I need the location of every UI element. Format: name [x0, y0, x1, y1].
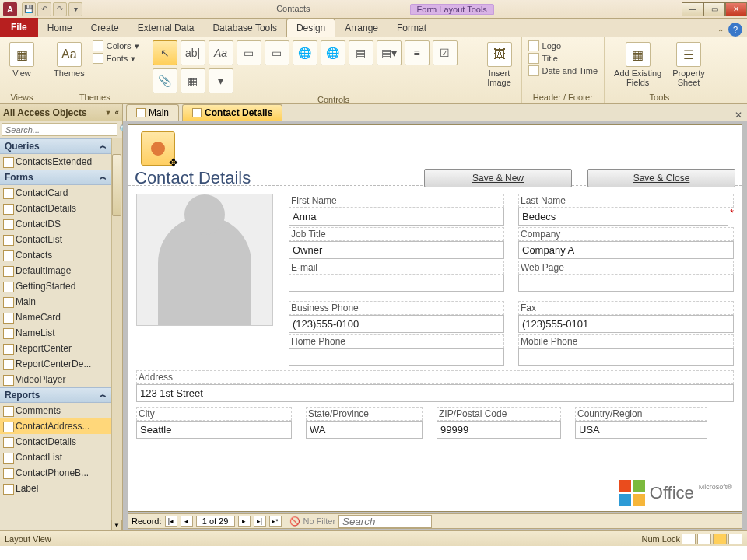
- view-button[interactable]: ▦ View: [6, 40, 37, 79]
- nav-group-header[interactable]: Reports︽: [0, 387, 111, 403]
- label-web-page[interactable]: Web Page: [518, 261, 734, 275]
- field-web-page[interactable]: [518, 275, 734, 292]
- nav-item[interactable]: ContactAddress...: [0, 418, 111, 434]
- doc-tab-main[interactable]: Main: [126, 104, 179, 121]
- qat-redo-icon[interactable]: ↷: [53, 2, 67, 16]
- control-more-icon[interactable]: ▾: [209, 68, 233, 93]
- date-time-button[interactable]: Date and Time: [528, 65, 598, 76]
- nav-item[interactable]: VideoPlayer: [0, 372, 111, 387]
- colors-button[interactable]: Colors ▾: [93, 40, 139, 51]
- nav-scroll-down[interactable]: ▼: [111, 520, 122, 530]
- control-navigation-icon[interactable]: ▤: [349, 40, 374, 65]
- tab-external-data[interactable]: External Data: [128, 19, 204, 37]
- field-job-title[interactable]: Owner: [289, 241, 504, 259]
- tab-arrange[interactable]: Arrange: [335, 19, 388, 37]
- insert-image-button[interactable]: 🖼 Insert Image: [484, 40, 515, 89]
- recnav-new-button[interactable]: ▸*: [269, 516, 282, 527]
- nav-item[interactable]: NameCard: [0, 310, 111, 325]
- nav-header[interactable]: All Access Objects ▼ «: [0, 104, 122, 121]
- control-webbrowser-icon[interactable]: 🌐: [321, 40, 345, 65]
- recnav-position[interactable]: [196, 516, 235, 527]
- label-job-title[interactable]: Job Title: [289, 227, 504, 241]
- viewbtn-datasheet-icon[interactable]: [697, 534, 711, 544]
- file-tab[interactable]: File: [0, 18, 38, 37]
- viewbtn-form-icon[interactable]: [682, 534, 696, 544]
- control-select-icon[interactable]: ↖: [153, 40, 177, 65]
- form-logo-control[interactable]: [141, 131, 175, 166]
- nav-item[interactable]: ReportCenterDe...: [0, 356, 111, 372]
- field-home-phone[interactable]: [289, 348, 504, 366]
- control-hyperlink-icon[interactable]: 🌐: [293, 40, 317, 65]
- form-canvas[interactable]: ✥ Contact Details Save & New Save & Clos…: [128, 124, 742, 512]
- nav-item[interactable]: Comments: [0, 403, 111, 418]
- field-email[interactable]: [289, 275, 504, 292]
- control-combobox-icon[interactable]: ▤▾: [377, 40, 402, 65]
- control-textbox-icon[interactable]: ab|: [181, 40, 205, 65]
- nav-item[interactable]: ContactCard: [0, 185, 111, 201]
- field-company[interactable]: Company A: [518, 241, 734, 259]
- control-attachment-icon[interactable]: 📎: [153, 68, 177, 93]
- nav-dropdown-icon[interactable]: ▼: [105, 109, 112, 117]
- field-business-phone[interactable]: (123)555-0100: [289, 315, 504, 333]
- label-home-phone[interactable]: Home Phone: [289, 334, 504, 348]
- nav-scroll-thumb[interactable]: [112, 154, 121, 216]
- field-fax[interactable]: (123)555-0101: [518, 315, 734, 333]
- recnav-prev-button[interactable]: ◂: [181, 516, 193, 527]
- tab-format[interactable]: Format: [388, 19, 436, 37]
- field-address[interactable]: 123 1st Street: [136, 384, 734, 402]
- viewbtn-design-icon[interactable]: [728, 534, 742, 544]
- nav-collapse-icon[interactable]: «: [114, 108, 119, 117]
- label-zip[interactable]: ZIP/Postal Code: [437, 407, 561, 421]
- label-city[interactable]: City: [136, 407, 292, 421]
- tab-database-tools[interactable]: Database Tools: [203, 19, 286, 37]
- themes-button[interactable]: Aa Themes: [51, 40, 88, 79]
- label-first-name[interactable]: First Name: [289, 194, 504, 208]
- field-mobile-phone[interactable]: [518, 348, 734, 366]
- qat-undo-icon[interactable]: ↶: [37, 2, 51, 16]
- property-sheet-button[interactable]: ☰ Property Sheet: [669, 40, 708, 89]
- label-company[interactable]: Company: [518, 227, 734, 241]
- nav-group-header[interactable]: Forms︽: [0, 170, 111, 185]
- field-country[interactable]: USA: [575, 421, 707, 439]
- nav-item[interactable]: ContactList: [0, 232, 111, 247]
- nav-item[interactable]: Main: [0, 294, 111, 310]
- label-business-phone[interactable]: Business Phone: [289, 301, 504, 315]
- nav-item[interactable]: ReportCenter: [0, 341, 111, 356]
- nav-item[interactable]: ContactsExtended: [0, 154, 111, 170]
- add-existing-fields-button[interactable]: ▦ Add Existing Fields: [611, 40, 665, 89]
- recnav-first-button[interactable]: |◂: [165, 516, 177, 527]
- nav-item[interactable]: DefaultImage: [0, 263, 111, 278]
- field-last-name[interactable]: Bedecs: [518, 208, 728, 226]
- nav-group-header[interactable]: Queries︽: [0, 138, 111, 154]
- control-subform-icon[interactable]: ▦: [181, 68, 205, 93]
- control-checkbox-icon[interactable]: ☑: [433, 40, 458, 65]
- title-button[interactable]: Title: [528, 53, 598, 64]
- label-address[interactable]: Address: [136, 370, 734, 384]
- field-city[interactable]: Seattle: [136, 421, 292, 439]
- label-fax[interactable]: Fax: [518, 301, 734, 315]
- label-mobile-phone[interactable]: Mobile Phone: [518, 334, 734, 348]
- fonts-button[interactable]: Fonts ▾: [93, 53, 139, 64]
- viewbtn-layout-icon[interactable]: [713, 534, 727, 544]
- help-icon[interactable]: ?: [728, 23, 742, 37]
- field-first-name[interactable]: Anna: [289, 208, 504, 226]
- nav-item[interactable]: ContactDetails: [0, 201, 111, 216]
- window-restore-button[interactable]: ▭: [703, 2, 725, 16]
- nav-item[interactable]: ContactDetails: [0, 434, 111, 450]
- control-button-icon[interactable]: ▭: [237, 40, 261, 65]
- doc-tab-contact-details[interactable]: Contact Details: [182, 104, 282, 121]
- nav-item[interactable]: ContactPhoneB...: [0, 465, 111, 481]
- label-state[interactable]: State/Province: [306, 407, 423, 421]
- recnav-last-button[interactable]: ▸|: [254, 516, 266, 527]
- nav-item[interactable]: GettingStarted: [0, 278, 111, 294]
- qat-customize-icon[interactable]: ▾: [68, 2, 82, 16]
- recnav-next-button[interactable]: ▸: [238, 516, 251, 527]
- control-listbox-icon[interactable]: ≡: [405, 40, 430, 65]
- window-minimize-button[interactable]: —: [682, 2, 703, 16]
- recnav-search-input[interactable]: [338, 515, 432, 528]
- nav-item[interactable]: Contacts: [0, 247, 111, 263]
- save-and-close-button[interactable]: Save & Close: [587, 169, 735, 187]
- tab-create[interactable]: Create: [82, 19, 128, 37]
- control-tab-icon[interactable]: ▭: [265, 40, 289, 65]
- minimize-ribbon-icon[interactable]: ⌃: [717, 28, 724, 37]
